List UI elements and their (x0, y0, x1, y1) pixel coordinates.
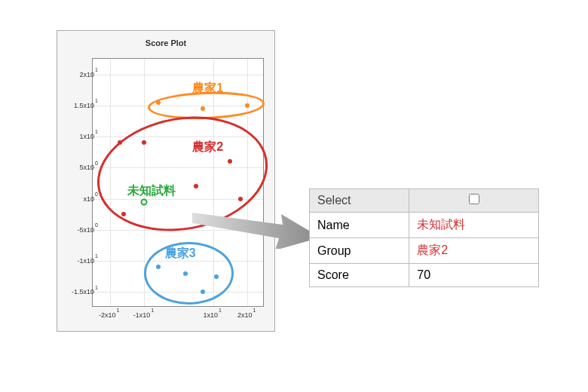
y-tick: x100 (84, 194, 98, 203)
select-checkbox[interactable] (469, 194, 479, 204)
data-point (141, 198, 148, 205)
data-point (183, 271, 188, 276)
y-tick: 2x101 (80, 69, 98, 78)
info-table: Select Name 未知試料 Group 農家2 Score 70 (309, 188, 539, 287)
data-point (156, 265, 161, 269)
score-value: 70 (409, 264, 539, 287)
data-point (201, 106, 205, 111)
select-checkbox-cell (409, 189, 539, 213)
plot-area: 農家1農家2農家3未知試料 (92, 58, 264, 307)
info-header-row: Select (310, 189, 539, 213)
data-point (121, 212, 126, 216)
data-point (194, 184, 198, 188)
data-point (156, 100, 161, 105)
x-tick: -1x101 (133, 310, 154, 319)
data-point (245, 103, 250, 108)
data-point (214, 274, 219, 279)
table-row: Name 未知試料 (310, 213, 539, 238)
data-point (228, 159, 232, 164)
x-tick: 1x101 (203, 310, 221, 319)
y-tick: 1x101 (80, 131, 98, 140)
name-label: Name (310, 213, 409, 238)
select-header: Select (310, 189, 409, 213)
x-tick: -2x101 (99, 310, 119, 319)
table-row: Group 農家2 (310, 238, 539, 264)
y-tick: -1.5x101 (72, 286, 98, 296)
cluster-label: 農家2 (192, 139, 223, 155)
data-point (238, 197, 243, 201)
score-plot-panel: Score Plot 農家1農家2農家3未知試料 -1.5x101-1x101-… (57, 30, 275, 332)
data-point (118, 140, 122, 145)
score-label: Score (310, 264, 409, 287)
y-tick: -5x100 (78, 225, 98, 234)
y-tick: -1x101 (78, 256, 98, 265)
cluster-label: 未知試料 (127, 183, 176, 199)
name-value: 未知試料 (409, 213, 539, 238)
y-tick: 1.5x101 (74, 100, 98, 109)
chart-title: Score Plot (57, 31, 274, 52)
x-tick: 2x101 (237, 310, 256, 319)
data-point (142, 140, 146, 145)
cluster-label: 農家3 (165, 246, 196, 262)
group-value: 農家2 (409, 238, 539, 264)
cluster-label: 農家1 (192, 81, 223, 96)
group-label: Group (310, 238, 409, 264)
table-row: Score 70 (310, 264, 539, 287)
data-point (201, 289, 205, 294)
y-tick: 5x100 (80, 162, 98, 171)
